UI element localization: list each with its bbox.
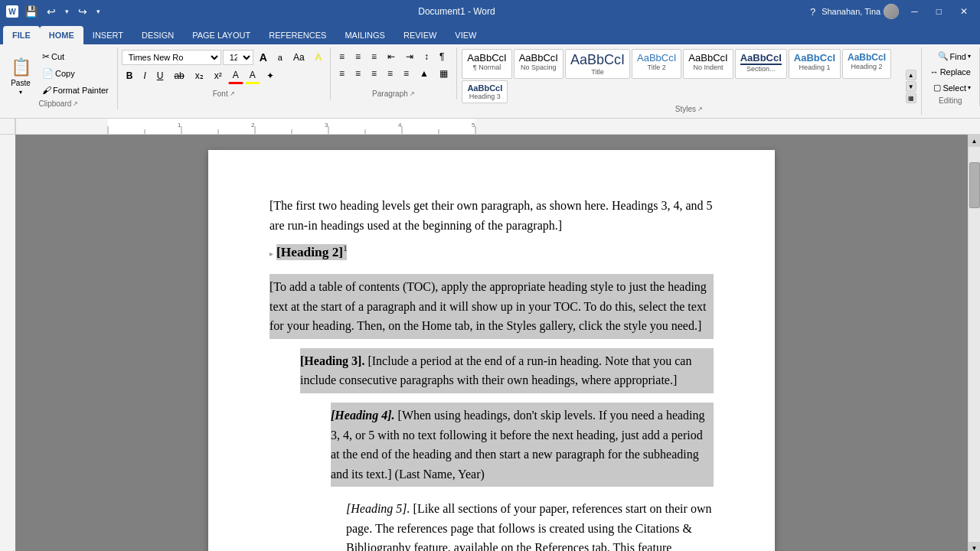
italic-button[interactable]: I [139, 68, 150, 83]
quick-access-dropdown[interactable]: ▾ [93, 6, 103, 17]
justify-button[interactable]: ≡ [383, 66, 397, 81]
bullets-button[interactable]: ≡ [335, 49, 349, 64]
styles-scroll-up[interactable]: ▲ [906, 70, 916, 80]
paragraph-row2: ≡ ≡ ≡ ≡ ≡ ▲ ▦ [335, 66, 452, 81]
svg-rect-18 [0, 135, 15, 551]
font-expand[interactable]: ↗ [230, 90, 235, 97]
font-name-select[interactable]: Times New Ro [122, 50, 221, 65]
font-name-row: Times New Ro 12 A a Aa A [122, 49, 326, 66]
tab-design[interactable]: DESIGN [132, 26, 183, 44]
sort-button[interactable]: ↕ [420, 49, 433, 64]
superscript-button[interactable]: x² [210, 68, 227, 83]
style-section[interactable]: AaBbCcI Section... [735, 49, 787, 79]
change-case-button[interactable]: Aa [289, 50, 309, 65]
paragraph-row1: ≡ ≡ ≡ ⇤ ⇥ ↕ ¶ [335, 49, 449, 64]
save-button[interactable]: 💾 [21, 4, 41, 19]
editing-label: Editing [939, 96, 962, 105]
line-spacing-button[interactable]: ≡ [399, 66, 413, 81]
user-avatar [884, 4, 899, 19]
center-button[interactable]: ≡ [351, 66, 365, 81]
clipboard-expand[interactable]: ↗ [73, 100, 78, 107]
tab-file[interactable]: FILE [3, 26, 40, 44]
show-marks-button[interactable]: ¶ [435, 49, 449, 64]
styles-group: AaBbCcI ¶ Normal AaBbCcI No Spacing AaBb… [457, 47, 921, 115]
user-info: Shanahan, Tina [822, 4, 899, 19]
document-title: Document1 - Word [103, 6, 810, 17]
font-color-button[interactable]: A [228, 67, 243, 84]
tab-mailings[interactable]: MAILINGS [335, 26, 394, 44]
close-button[interactable]: ✕ [954, 5, 974, 18]
paragraph-expand[interactable]: ↗ [410, 90, 415, 97]
shading-button[interactable]: ▲ [415, 66, 433, 81]
increase-indent-button[interactable]: ⇥ [401, 49, 418, 64]
font-shrink-button[interactable]: a [273, 51, 287, 64]
svg-text:4: 4 [398, 122, 402, 129]
style-title2[interactable]: AaBbCcI Title 2 [632, 49, 681, 79]
clear-format-button[interactable]: ✦ [262, 68, 279, 83]
undo-dropdown[interactable]: ▾ [62, 6, 72, 17]
heading4-label: [Heading 4]. [331, 409, 395, 422]
title-bar-right: ? Shanahan, Tina ─ □ ✕ [810, 4, 974, 19]
styles-scroll-down[interactable]: ▼ [906, 81, 916, 92]
align-right-button[interactable]: ≡ [367, 66, 381, 81]
font-grow-button[interactable]: A [255, 49, 272, 66]
help-button[interactable]: ? [810, 6, 815, 18]
borders-button[interactable]: ▦ [435, 66, 452, 81]
select-button[interactable]: ▢ Select ▾ [929, 80, 975, 95]
find-button[interactable]: 🔍 Find ▾ [934, 49, 975, 64]
strikethrough-button[interactable]: ab [169, 68, 188, 83]
styles-gallery-wrapper: AaBbCcI ¶ Normal AaBbCcI No Spacing AaBb… [462, 49, 916, 103]
style-heading1[interactable]: AaBbCcI Heading 1 [789, 49, 841, 79]
toc-paragraph: [To add a table of contents (TOC), apply… [270, 274, 714, 339]
redo-button[interactable]: ↪ [75, 4, 90, 19]
clipboard-label: Clipboard ↗ [38, 99, 78, 108]
maximize-button[interactable]: □ [930, 5, 948, 18]
scroll-thumb[interactable] [969, 162, 980, 208]
style-title[interactable]: AaBbCcI Title [565, 49, 630, 79]
tab-page-layout[interactable]: PAGE LAYOUT [183, 26, 260, 44]
username: Shanahan, Tina [822, 7, 880, 16]
undo-button[interactable]: ↩ [44, 4, 59, 19]
style-heading2[interactable]: AaBbCcI Heading 2 [842, 49, 891, 79]
styles-scroll-controls: ▲ ▼ ▦ [906, 70, 916, 103]
subscript-button[interactable]: x₂ [191, 68, 208, 83]
heading4-paragraph: [Heading 4]. [When using headings, don't… [331, 403, 714, 487]
tab-home[interactable]: HOME [40, 26, 83, 44]
main-area: [The first two heading levels get their … [0, 135, 980, 551]
document-area[interactable]: [The first two heading levels get their … [15, 135, 968, 551]
editing-buttons: 🔍 Find ▾ ↔ Replace ▢ Select ▾ [926, 49, 975, 95]
replace-button[interactable]: ↔ Replace [926, 65, 975, 79]
underline-button[interactable]: U [152, 68, 168, 83]
font-label: Font ↗ [213, 90, 235, 98]
minimize-button[interactable]: ─ [905, 5, 924, 18]
scroll-track[interactable] [969, 147, 980, 542]
scroll-down-button[interactable]: ▼ [969, 542, 981, 551]
highlight-color-button[interactable]: A [245, 67, 260, 84]
vertical-scrollbar: ▲ ▼ [968, 135, 980, 551]
bold-button[interactable]: B [122, 68, 138, 83]
styles-expand[interactable]: ↗ [697, 106, 703, 112]
format-painter-button[interactable]: 🖌 Format Painter [38, 83, 113, 98]
svg-text:3: 3 [325, 122, 328, 129]
multilevel-button[interactable]: ≡ [367, 49, 381, 64]
style-heading3[interactable]: AaBbCcI Heading 3 [462, 80, 508, 103]
heading3-label: [Heading 3]. [300, 354, 364, 367]
tab-review[interactable]: REVIEW [394, 26, 446, 44]
text-highlight-button[interactable]: A [311, 50, 326, 65]
style-no-spacing[interactable]: AaBbCcI No Spacing [514, 49, 564, 79]
cut-button[interactable]: ✂ Cut [38, 49, 113, 64]
tab-insert[interactable]: INSERT [83, 26, 132, 44]
style-normal[interactable]: AaBbCcI ¶ Normal [462, 49, 511, 79]
scroll-up-button[interactable]: ▲ [969, 135, 981, 147]
numbering-button[interactable]: ≡ [351, 49, 365, 64]
font-format-row: B I U ab x₂ x² A A ✦ [122, 67, 279, 84]
align-left-button[interactable]: ≡ [335, 66, 349, 81]
paste-button[interactable]: 📋 Paste ▾ [5, 55, 37, 98]
copy-button[interactable]: 📄 Copy [38, 66, 113, 81]
styles-more[interactable]: ▦ [906, 93, 916, 103]
font-size-select[interactable]: 12 [223, 50, 253, 65]
style-no-indent[interactable]: AaBbCcI No Indent [683, 49, 733, 79]
tab-view[interactable]: VIEW [446, 26, 485, 44]
decrease-indent-button[interactable]: ⇤ [383, 49, 400, 64]
tab-references[interactable]: REFERENCES [260, 26, 335, 44]
